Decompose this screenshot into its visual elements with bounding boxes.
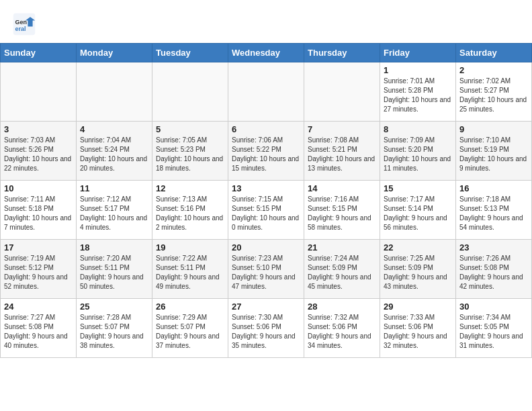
day-number: 8 — [384, 124, 452, 134]
day-info: Sunrise: 7:08 AMSunset: 5:21 PMDaylight:… — [308, 136, 376, 173]
day-info: Sunrise: 7:22 AMSunset: 5:11 PMDaylight:… — [156, 254, 224, 291]
day-info: Sunrise: 7:27 AMSunset: 5:08 PMDaylight:… — [4, 313, 73, 351]
calendar-cell: 1Sunrise: 7:01 AMSunset: 5:28 PMDaylight… — [380, 62, 456, 122]
weekday-header: Thursday — [304, 44, 380, 62]
day-info: Sunrise: 7:20 AMSunset: 5:11 PMDaylight:… — [80, 254, 148, 291]
day-number: 2 — [459, 65, 528, 75]
calendar-cell — [1, 62, 77, 122]
calendar-cell: 14Sunrise: 7:16 AMSunset: 5:15 PMDayligh… — [304, 181, 380, 240]
day-info: Sunrise: 7:06 AMSunset: 5:22 PMDaylight:… — [232, 136, 300, 173]
page-header: Gen eral — [0, 0, 532, 43]
weekday-header: Tuesday — [152, 44, 228, 62]
day-info: Sunrise: 7:15 AMSunset: 5:15 PMDaylight:… — [232, 195, 300, 232]
logo-icon: Gen eral — [12, 12, 36, 36]
day-info: Sunrise: 7:11 AMSunset: 5:18 PMDaylight:… — [4, 195, 73, 232]
day-info: Sunrise: 7:30 AMSunset: 5:06 PMDaylight:… — [232, 313, 300, 351]
day-number: 25 — [80, 302, 148, 312]
day-number: 7 — [308, 124, 376, 134]
calendar-week-row: 24Sunrise: 7:27 AMSunset: 5:08 PMDayligh… — [1, 299, 532, 358]
day-number: 26 — [156, 302, 224, 312]
day-info: Sunrise: 7:02 AMSunset: 5:27 PMDaylight:… — [459, 77, 528, 114]
day-number: 15 — [384, 183, 452, 193]
day-number: 4 — [80, 124, 148, 134]
day-number: 1 — [384, 65, 452, 75]
day-number: 18 — [80, 242, 148, 253]
svg-text:eral: eral — [15, 26, 26, 32]
weekday-header: Sunday — [1, 44, 77, 62]
calendar-cell: 7Sunrise: 7:08 AMSunset: 5:21 PMDaylight… — [304, 122, 380, 181]
day-info: Sunrise: 7:01 AMSunset: 5:28 PMDaylight:… — [384, 77, 452, 114]
calendar-cell: 3Sunrise: 7:03 AMSunset: 5:26 PMDaylight… — [1, 122, 77, 181]
calendar-cell: 28Sunrise: 7:32 AMSunset: 5:06 PMDayligh… — [304, 299, 380, 358]
calendar-cell — [152, 62, 228, 122]
calendar-week-row: 17Sunrise: 7:19 AMSunset: 5:12 PMDayligh… — [1, 240, 532, 299]
calendar-cell — [304, 62, 380, 122]
calendar-cell: 29Sunrise: 7:33 AMSunset: 5:06 PMDayligh… — [380, 299, 456, 358]
calendar-cell: 24Sunrise: 7:27 AMSunset: 5:08 PMDayligh… — [1, 299, 77, 358]
day-info: Sunrise: 7:12 AMSunset: 5:17 PMDaylight:… — [80, 195, 148, 232]
day-info: Sunrise: 7:18 AMSunset: 5:13 PMDaylight:… — [459, 195, 528, 232]
day-info: Sunrise: 7:26 AMSunset: 5:08 PMDaylight:… — [459, 254, 528, 291]
day-number: 6 — [232, 124, 300, 134]
calendar-cell: 19Sunrise: 7:22 AMSunset: 5:11 PMDayligh… — [152, 240, 228, 299]
calendar-cell — [77, 62, 152, 122]
day-info: Sunrise: 7:16 AMSunset: 5:15 PMDaylight:… — [308, 195, 376, 232]
day-number: 10 — [4, 183, 73, 193]
calendar-cell: 4Sunrise: 7:04 AMSunset: 5:24 PMDaylight… — [77, 122, 152, 181]
calendar-cell: 10Sunrise: 7:11 AMSunset: 5:18 PMDayligh… — [1, 181, 77, 240]
calendar-cell: 30Sunrise: 7:34 AMSunset: 5:05 PMDayligh… — [456, 299, 532, 358]
weekday-header: Wednesday — [228, 44, 304, 62]
calendar-cell: 8Sunrise: 7:09 AMSunset: 5:20 PMDaylight… — [380, 122, 456, 181]
calendar-cell: 27Sunrise: 7:30 AMSunset: 5:06 PMDayligh… — [228, 299, 304, 358]
day-info: Sunrise: 7:05 AMSunset: 5:23 PMDaylight:… — [156, 136, 224, 173]
weekday-header: Monday — [77, 44, 152, 62]
calendar-cell: 5Sunrise: 7:05 AMSunset: 5:23 PMDaylight… — [152, 122, 228, 181]
day-number: 28 — [308, 302, 376, 312]
calendar-week-row: 3Sunrise: 7:03 AMSunset: 5:26 PMDaylight… — [1, 122, 532, 181]
day-info: Sunrise: 7:25 AMSunset: 5:09 PMDaylight:… — [384, 254, 452, 291]
day-number: 20 — [232, 242, 300, 253]
svg-text:Gen: Gen — [15, 19, 28, 26]
calendar-cell: 2Sunrise: 7:02 AMSunset: 5:27 PMDaylight… — [456, 62, 532, 122]
day-info: Sunrise: 7:13 AMSunset: 5:16 PMDaylight:… — [156, 195, 224, 232]
day-number: 22 — [384, 242, 452, 253]
calendar-cell: 25Sunrise: 7:28 AMSunset: 5:07 PMDayligh… — [77, 299, 152, 358]
calendar-cell: 9Sunrise: 7:10 AMSunset: 5:19 PMDaylight… — [456, 122, 532, 181]
day-number: 13 — [232, 183, 300, 193]
day-number: 17 — [4, 242, 73, 253]
calendar-week-row: 10Sunrise: 7:11 AMSunset: 5:18 PMDayligh… — [1, 181, 532, 240]
calendar-cell: 6Sunrise: 7:06 AMSunset: 5:22 PMDaylight… — [228, 122, 304, 181]
calendar-cell: 20Sunrise: 7:23 AMSunset: 5:10 PMDayligh… — [228, 240, 304, 299]
day-number: 30 — [459, 302, 528, 312]
day-info: Sunrise: 7:19 AMSunset: 5:12 PMDaylight:… — [4, 254, 73, 291]
weekday-header: Saturday — [456, 44, 532, 62]
day-number: 29 — [384, 302, 452, 312]
day-info: Sunrise: 7:17 AMSunset: 5:14 PMDaylight:… — [384, 195, 452, 232]
weekday-header: Friday — [380, 44, 456, 62]
day-number: 3 — [4, 124, 73, 134]
calendar-cell: 15Sunrise: 7:17 AMSunset: 5:14 PMDayligh… — [380, 181, 456, 240]
calendar-cell: 26Sunrise: 7:29 AMSunset: 5:07 PMDayligh… — [152, 299, 228, 358]
day-number: 5 — [156, 124, 224, 134]
day-info: Sunrise: 7:04 AMSunset: 5:24 PMDaylight:… — [80, 136, 148, 173]
day-info: Sunrise: 7:34 AMSunset: 5:05 PMDaylight:… — [459, 313, 528, 351]
day-info: Sunrise: 7:28 AMSunset: 5:07 PMDaylight:… — [80, 313, 148, 351]
calendar-cell: 18Sunrise: 7:20 AMSunset: 5:11 PMDayligh… — [77, 240, 152, 299]
day-number: 16 — [459, 183, 528, 193]
day-number: 23 — [459, 242, 528, 253]
day-number: 24 — [4, 302, 73, 312]
logo: Gen eral — [12, 12, 39, 36]
day-number: 9 — [459, 124, 528, 134]
day-number: 19 — [156, 242, 224, 253]
calendar-cell: 11Sunrise: 7:12 AMSunset: 5:17 PMDayligh… — [77, 181, 152, 240]
day-number: 14 — [308, 183, 376, 193]
day-number: 27 — [232, 302, 300, 312]
day-info: Sunrise: 7:23 AMSunset: 5:10 PMDaylight:… — [232, 254, 300, 291]
day-number: 11 — [80, 183, 148, 193]
day-info: Sunrise: 7:09 AMSunset: 5:20 PMDaylight:… — [384, 136, 452, 173]
day-info: Sunrise: 7:33 AMSunset: 5:06 PMDaylight:… — [384, 313, 452, 351]
day-info: Sunrise: 7:10 AMSunset: 5:19 PMDaylight:… — [459, 136, 528, 173]
calendar-cell: 21Sunrise: 7:24 AMSunset: 5:09 PMDayligh… — [304, 240, 380, 299]
calendar-week-row: 1Sunrise: 7:01 AMSunset: 5:28 PMDaylight… — [1, 62, 532, 122]
calendar-cell: 16Sunrise: 7:18 AMSunset: 5:13 PMDayligh… — [456, 181, 532, 240]
